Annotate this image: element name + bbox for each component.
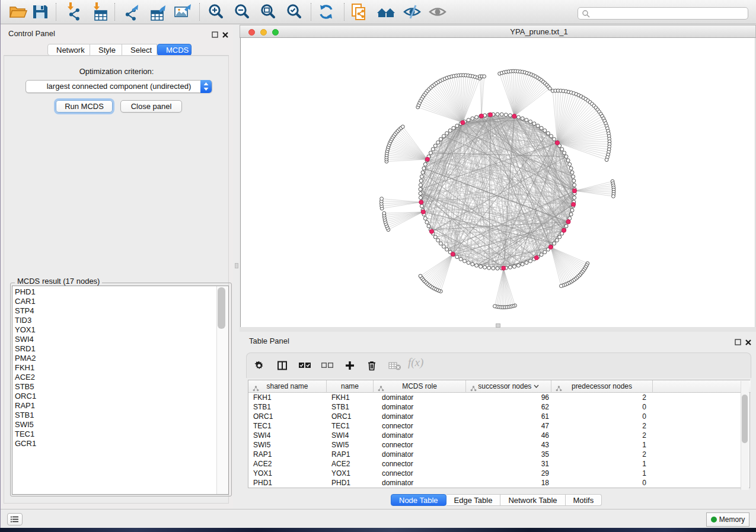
row-SWI4[interactable]: SWI4SWI4dominator462 xyxy=(248,431,742,440)
control-panel-title: Control Panel xyxy=(8,29,55,38)
mcds-SRD1[interactable]: SRD1 xyxy=(12,344,228,354)
mcds-SWI5[interactable]: SWI5 xyxy=(12,420,228,430)
table-panel: Table Panel f(x) shared name name MCDS r… xyxy=(240,332,756,509)
memory-btn[interactable]: Memory xyxy=(706,512,749,527)
btab-motifs[interactable]: Motifs xyxy=(566,494,602,506)
network-canvas xyxy=(240,38,755,327)
tool-zout[interactable] xyxy=(232,2,251,21)
ti-chk[interactable] xyxy=(298,361,311,372)
tool-refresh[interactable] xyxy=(317,2,336,21)
tab-network[interactable]: Network xyxy=(47,44,90,56)
mcds-PMA2[interactable]: PMA2 xyxy=(12,354,228,363)
btab-node[interactable]: Node Table xyxy=(391,494,446,506)
btab-edge[interactable]: Edge Table xyxy=(446,494,501,506)
btab-network[interactable]: Network Table xyxy=(500,494,565,506)
cp-tabs: Network Style Select MCDS xyxy=(47,44,192,56)
mcds-list: PHD1CAR1STP4TID3YOX1SWI4SRD1PMA2FKH1ACE2… xyxy=(12,286,229,495)
tool-expimg[interactable] xyxy=(173,2,192,21)
opt-label: Optimization criterion: xyxy=(0,67,233,76)
search-box[interactable] xyxy=(578,7,748,20)
opt-dropdown[interactable]: largest connected component (undirected) xyxy=(25,80,212,93)
row-PHD1[interactable]: PHD1PHD1dominator180 xyxy=(248,478,742,488)
tool-zin[interactable] xyxy=(206,2,225,21)
ti-plus[interactable] xyxy=(344,360,355,373)
cytoscape-app: Control Panel Network Style Select MCDS … xyxy=(0,0,756,532)
tool-imptab[interactable] xyxy=(90,2,109,21)
ti-trash[interactable] xyxy=(366,360,377,373)
network-titlebar: YPA_prune.txt_1 xyxy=(240,25,756,38)
mcds-CAR1[interactable]: CAR1 xyxy=(12,297,228,306)
table-body: FKH1FKH1dominator962STB1STB1dominator620… xyxy=(248,393,742,488)
status-list-btn[interactable] xyxy=(7,513,23,525)
tab-select[interactable]: Select xyxy=(122,44,157,56)
ti-fx: f(x) xyxy=(408,356,423,369)
row-FKH1[interactable]: FKH1FKH1dominator962 xyxy=(248,393,742,402)
mcds-TID3[interactable]: TID3 xyxy=(12,316,228,325)
tool-houses[interactable] xyxy=(377,2,395,21)
tool-copydoc[interactable] xyxy=(350,2,369,21)
bottom-tabs: Node Table Edge Table Network Table Moti… xyxy=(391,494,602,506)
tool-eye[interactable] xyxy=(428,2,447,21)
row-STB1[interactable]: STB1STB1dominator620 xyxy=(248,402,742,412)
ti-tabx xyxy=(388,361,401,373)
mcds-STB5[interactable]: STB5 xyxy=(12,382,228,392)
table-header: shared name name MCDS role successor nod… xyxy=(248,380,751,393)
row-SWI5[interactable]: SWI5SWI5connector431 xyxy=(248,440,742,450)
table-toolbar: f(x) xyxy=(246,352,751,378)
tab-style[interactable]: Style xyxy=(90,44,122,56)
mcds-FKH1[interactable]: FKH1 xyxy=(12,363,228,373)
table-panel-title: Table Panel xyxy=(249,336,289,345)
mcds-ORC1[interactable]: ORC1 xyxy=(12,392,228,401)
control-panel: Control Panel Network Style Select MCDS … xyxy=(0,24,233,509)
tool-impnet[interactable] xyxy=(64,2,83,21)
mcds-SWI4[interactable]: SWI4 xyxy=(12,335,228,344)
mcds-STP4[interactable]: STP4 xyxy=(12,306,228,316)
btn-run-mcds[interactable]: Run MCDS xyxy=(56,100,113,113)
ti-cols[interactable] xyxy=(277,360,288,373)
row-YOX1[interactable]: YOX1YOX1connector291 xyxy=(248,469,742,478)
tool-eyeslash[interactable] xyxy=(403,2,422,21)
btn-close-panel[interactable]: Close panel xyxy=(120,100,182,113)
tool-zfit[interactable] xyxy=(259,2,277,21)
mcds-TEC1[interactable]: TEC1 xyxy=(12,430,228,439)
mcds-RAP1[interactable]: RAP1 xyxy=(12,401,228,411)
mcds-YOX1[interactable]: YOX1 xyxy=(12,325,228,335)
mcds-GCR1[interactable]: GCR1 xyxy=(12,439,228,448)
mcds-STB1[interactable]: STB1 xyxy=(12,411,228,420)
row-ORC1[interactable]: ORC1ORC1dominator610 xyxy=(248,412,742,421)
tab-mcds[interactable]: MCDS xyxy=(157,44,192,56)
tool-zsel[interactable] xyxy=(285,2,304,21)
network-frame: YPA_prune.txt_1 xyxy=(240,24,756,332)
tool-expnet[interactable] xyxy=(122,2,141,21)
ti-unchk[interactable] xyxy=(321,361,334,372)
status-bar: Memory xyxy=(0,509,756,528)
row-ACE2[interactable]: ACE2ACE2connector311 xyxy=(248,459,742,469)
tool-folder[interactable] xyxy=(8,2,27,21)
row-RAP1[interactable]: RAP1RAP1dominator352 xyxy=(248,450,742,459)
node-table: shared name name MCDS role successor nod… xyxy=(248,380,750,488)
toolbar xyxy=(0,0,756,24)
tool-save[interactable] xyxy=(31,2,50,21)
mcds-ACE2[interactable]: ACE2 xyxy=(12,373,228,382)
wallpaper xyxy=(0,528,756,532)
row-TEC1[interactable]: TEC1TEC1connector472 xyxy=(248,421,742,431)
ti-gear[interactable] xyxy=(254,360,264,373)
mcds-PHD1[interactable]: PHD1 xyxy=(12,287,228,297)
tool-exptab[interactable] xyxy=(148,2,167,21)
